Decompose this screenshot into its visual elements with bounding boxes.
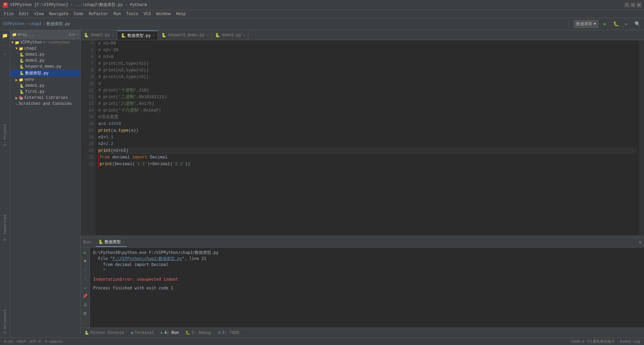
tab-demo2[interactable]: 🐍 demo2.py ✕ <box>80 30 117 40</box>
collapse-icon[interactable]: — <box>76 32 78 37</box>
debug-button[interactable]: 🐛 <box>612 20 620 28</box>
stop-icon[interactable]: ■ <box>82 258 89 265</box>
maximize-button[interactable]: □ <box>631 3 635 7</box>
tab-keyword-demo[interactable]: 🐍 keyword_demo.py ✕ <box>158 30 212 40</box>
console-path-link[interactable]: F:\VIPPython\chap2\数据类型.py <box>113 256 182 261</box>
menu-edit[interactable]: Edit <box>16 11 32 17</box>
menu-refactor[interactable]: Refactor <box>86 11 111 17</box>
status-encoding[interactable]: UTF-8 <box>29 340 42 344</box>
tree-shujuleixing[interactable]: 🐍 数据类型.py <box>10 70 80 77</box>
menu-view[interactable]: View <box>32 11 47 17</box>
breadcrumb-file[interactable]: 数据类型.py <box>47 21 70 27</box>
footer-tab-terminal[interactable]: ▤ Terminal <box>128 330 157 336</box>
console-caret: ^ <box>93 268 641 274</box>
pin-icon[interactable]: 📌 <box>82 292 89 300</box>
footer-tab-python-console[interactable]: 🐍 Python Console <box>82 330 127 336</box>
menu-window[interactable]: Window <box>154 11 173 17</box>
footer-tab-run[interactable]: ▶ 4: Run <box>158 330 181 336</box>
tree-root[interactable]: ▼ 📁 VIPPython F:\VIPPython <box>10 40 80 46</box>
run-button[interactable]: ▶ <box>601 20 609 28</box>
code-line-10: # <box>98 80 636 87</box>
bottom-content: ▶ ■ ↑ ↓ ↵ 📌 🖨 🗑 D:\Python38\python.exe F… <box>80 248 644 328</box>
coverage-button[interactable]: ▶ <box>623 20 631 28</box>
toolbar: VIPPython › chap2 › 数据类型.py 数据类型 ▼ ▶ 🐛 ▶… <box>0 18 644 30</box>
footer-tab-todo[interactable]: ☰ 6: TODO <box>215 330 242 336</box>
menu-run[interactable]: Run <box>111 11 123 17</box>
terminal-icon: ▤ <box>131 331 133 335</box>
menu-code[interactable]: Code <box>71 11 86 17</box>
run-config-dropdown[interactable]: 数据类型 ▼ <box>574 20 598 28</box>
run-tab[interactable]: 🐍 数据类型 ✕ <box>96 238 127 247</box>
favorites-side-label: 2: Favorites <box>2 212 8 244</box>
tab-demo1[interactable]: 🐍 demo1.py ✕ <box>212 30 249 40</box>
run-tab-close[interactable]: ✕ <box>122 240 124 244</box>
run-again-icon[interactable]: ▶ <box>82 249 89 256</box>
breadcrumb-folder[interactable]: chap2 <box>30 22 42 26</box>
tree-venv-first[interactable]: 🐍 first.py <box>10 89 80 95</box>
project-panel-icons[interactable]: ⚙ ⚙ — <box>69 32 78 37</box>
tab-close-demo2[interactable]: ✕ <box>112 33 114 37</box>
status-event-log[interactable]: Event Log <box>619 340 641 344</box>
tab-icon-active: 🐍 <box>121 33 126 38</box>
code-content[interactable]: # n1=90 # n2=-20 # n3=0 # print(n1,type(… <box>96 40 639 235</box>
window-controls[interactable]: ─ □ ✕ <box>625 3 641 7</box>
scroll-down-icon[interactable]: ↓ <box>82 275 89 282</box>
panel-settings-icon[interactable]: ⚙ <box>639 240 641 245</box>
project-icon[interactable]: 📁 <box>1 31 9 40</box>
project-side-label: 1: Project <box>2 121 8 149</box>
panel-controls[interactable]: ⚙ <box>639 240 641 245</box>
footer-tab-debug[interactable]: 🐛 5: Debug <box>183 330 214 336</box>
title-bar: P VIPPython [F:\VIPPython] - ...\chap2\数… <box>0 0 644 10</box>
code-line-17: print(a,type(a)) <box>98 127 636 134</box>
bottom-panel: Run: 🐍 数据类型 ✕ ⚙ ▶ ■ ↑ ↓ ↵ 📌 � <box>80 237 644 328</box>
tab-shujuleixing[interactable]: 🐍 数据类型.py ✕ <box>117 30 158 40</box>
status-line-endings[interactable]: CRLF <box>15 340 27 344</box>
run-config-label: 数据类型 <box>576 21 592 27</box>
soft-wrap-icon[interactable]: ↵ <box>82 284 89 291</box>
tab-icon-demo1: 🐍 <box>215 33 220 38</box>
status-extra[interactable]: CSDN ⊙ 个(爱吃鱼的兔子 <box>570 339 616 344</box>
scroll-up-icon[interactable]: ↑ <box>82 266 89 274</box>
code-line-22: print(Decimal('1.1')+Decimal('2.2')) <box>98 161 636 167</box>
menu-vcs[interactable]: VCS <box>141 11 154 17</box>
breadcrumb: VIPPython › chap2 › 数据类型.py <box>3 21 70 27</box>
tree-keyword-demo[interactable]: 🐍 keyword_demo.py <box>10 64 80 70</box>
menu-help[interactable]: Help <box>173 11 189 17</box>
settings-icon[interactable]: ⚙ <box>72 32 75 37</box>
code-line-5: # n2=-20 <box>98 47 636 54</box>
menu-tools[interactable]: Tools <box>123 11 141 17</box>
minimize-button[interactable]: ─ <box>625 3 629 7</box>
tree-demo1[interactable]: 🐍 demo1.py <box>10 52 80 58</box>
structure-side-label: Z-Structure <box>2 306 8 336</box>
bookmarks-icon[interactable]: ☆ <box>1 41 9 49</box>
menu-navigate[interactable]: Navigate <box>46 11 71 17</box>
status-right: CSDN ⊙ 个(爱吃鱼的兔子 Event Log <box>570 339 641 344</box>
sync-icon[interactable]: ⚙ <box>69 32 71 37</box>
close-button[interactable]: ✕ <box>637 3 641 7</box>
code-line-8: # print(n2,type(n2)) <box>98 67 636 74</box>
code-line-13: # print('八进制',0o176) <box>98 100 636 107</box>
tree-external-libraries[interactable]: ▶ 📚 External Libraries <box>10 95 80 101</box>
menu-file[interactable]: File <box>1 11 16 17</box>
tree-scratches[interactable]: ✏ Scratches and Consoles <box>10 101 80 107</box>
search-everywhere-button[interactable]: 🔍 <box>633 20 641 28</box>
status-indent[interactable]: 4 spaces <box>44 340 64 344</box>
code-line-15: #浮点类型 <box>98 114 636 121</box>
tree-demo2[interactable]: 🐍 demo2.py <box>10 58 80 64</box>
tree-venv[interactable]: ▶ 📁 venv <box>10 77 80 83</box>
structure-icon[interactable]: ⚡ <box>1 50 9 58</box>
tree-venv-demo1[interactable]: 🐍 demo1.py <box>10 83 80 89</box>
tab-close-demo1[interactable]: ✕ <box>243 33 245 37</box>
clear-icon[interactable]: 🗑 <box>82 310 89 317</box>
status-position[interactable]: 5:33 <box>3 340 14 344</box>
print-icon[interactable]: 🖨 <box>82 301 89 308</box>
window-title: VIPPython [F:\VIPPython] - ...\chap2\数据类… <box>10 2 147 8</box>
tree-chap2[interactable]: ▼ 📁 chap2 <box>10 46 80 52</box>
bottom-panel-toolbar: ▶ ■ ↑ ↓ ↵ 📌 🖨 🗑 <box>80 248 90 328</box>
tab-close-keyword[interactable]: ✕ <box>206 33 208 37</box>
code-line-16: a=3.14159 <box>98 121 636 127</box>
editor-area: 🐍 demo2.py ✕ 🐍 数据类型.py ✕ 🐍 keyword_demo.… <box>80 30 644 338</box>
breadcrumb-root[interactable]: VIPPython <box>3 22 24 26</box>
tab-close-shujuleixing[interactable]: ✕ <box>152 33 154 38</box>
code-editor[interactable]: 4 5 6 7 8 9 10 11 12 13 14 15 16 17 18 1… <box>80 40 644 235</box>
